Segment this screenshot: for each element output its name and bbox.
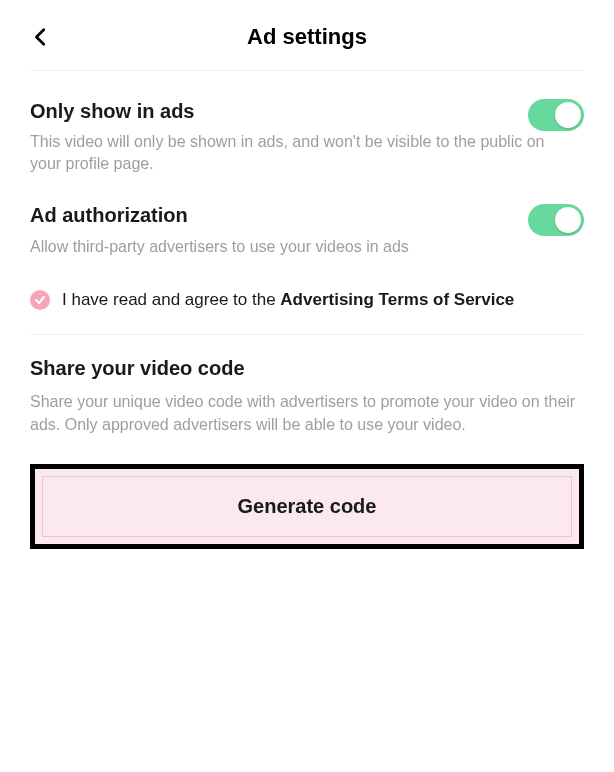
terms-link[interactable]: Advertising Terms of Service xyxy=(280,290,514,309)
back-icon[interactable] xyxy=(30,26,52,48)
share-title: Share your video code xyxy=(30,357,584,380)
ad-auth-desc: Allow third-party advertisers to use you… xyxy=(30,236,584,258)
check-icon xyxy=(30,290,50,310)
terms-agree-text: I have read and agree to the Advertising… xyxy=(62,288,514,312)
only-show-toggle[interactable] xyxy=(528,99,584,131)
ad-auth-toggle[interactable] xyxy=(528,204,584,236)
share-code-section: Share your video code Share your unique … xyxy=(30,357,584,436)
share-desc: Share your unique video code with advert… xyxy=(30,390,584,436)
only-show-desc: This video will only be shown in ads, an… xyxy=(30,131,584,176)
ad-authorization-section: Ad authorization Allow third-party adver… xyxy=(30,204,584,258)
only-show-title: Only show in ads xyxy=(30,100,194,123)
terms-prefix: I have read and agree to the xyxy=(62,290,280,309)
header: Ad settings xyxy=(30,24,584,71)
divider xyxy=(30,334,584,335)
terms-agree-row[interactable]: I have read and agree to the Advertising… xyxy=(30,288,584,312)
ad-auth-title: Ad authorization xyxy=(30,204,188,227)
only-show-in-ads-section: Only show in ads This video will only be… xyxy=(30,99,584,176)
page-title: Ad settings xyxy=(30,24,584,50)
generate-code-highlight: Generate code xyxy=(30,464,584,549)
generate-code-button[interactable]: Generate code xyxy=(42,476,572,537)
